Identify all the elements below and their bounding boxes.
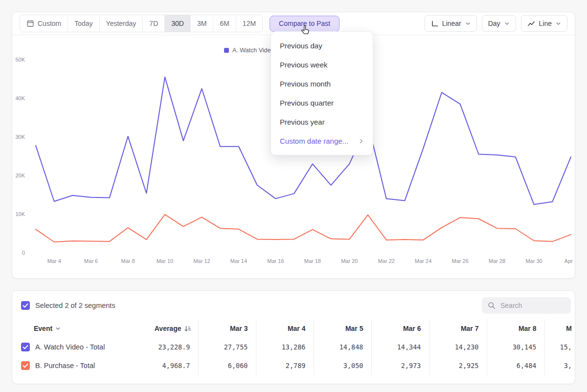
chart-type-value: Line [539,20,552,27]
selected-segments-text: Selected 2 of 2 segments [35,302,115,309]
table-row-watch-video[interactable]: A. Watch Video - Total 23,228.9 27,755 1… [12,338,575,356]
menu-item-previous-month[interactable]: Previous month [271,74,373,93]
cell: 2,789 [256,356,314,375]
row-checkbox[interactable] [21,343,30,351]
column-mar-3: Mar 3 [198,319,256,338]
interval-dropdown[interactable]: Day [482,15,516,32]
compare-menu: Previous day Previous week Previous mont… [271,31,373,155]
svg-text:Mar 8: Mar 8 [121,258,135,264]
svg-text:Mar 14: Mar 14 [230,258,247,264]
preset-custom-button[interactable]: Custom [20,15,68,32]
column-average[interactable]: Average [137,319,198,338]
menu-item-previous-year[interactable]: Previous year [271,112,373,131]
svg-text:Mar 24: Mar 24 [415,258,431,264]
chevron-down-icon [465,21,471,26]
svg-text:Mar 10: Mar 10 [157,258,173,264]
svg-text:Apr 1: Apr 1 [564,258,575,264]
svg-text:Mar 18: Mar 18 [304,258,321,264]
preset-30d-button[interactable]: 30D [164,15,190,32]
svg-text:Mar 22: Mar 22 [378,258,395,264]
segments-bar: Selected 2 of 2 segments [12,291,575,319]
cell-clipped: 15, [544,338,575,356]
cell-clipped: 3, [544,356,575,375]
series-label: B. Purchase - Total [35,362,95,370]
cell: 14,848 [314,338,371,356]
menu-item-previous-day[interactable]: Previous day [271,36,373,55]
svg-text:0: 0 [22,250,25,256]
cell: 6,060 [198,356,256,375]
average-header-label: Average [155,325,181,332]
column-mar-6: Mar 6 [371,319,429,338]
cell: 6,484 [487,356,544,375]
cell: 27,755 [198,338,256,356]
svg-text:Mar 12: Mar 12 [193,258,210,264]
chart-type-dropdown[interactable]: Line [521,15,567,32]
interval-value: Day [488,20,500,27]
svg-text:10K: 10K [15,211,25,217]
table-row-purchase[interactable]: B. Purchase - Total 4,968.7 6,060 2,789 … [12,356,575,375]
preset-6m-button[interactable]: 6M [213,15,235,32]
line-chart-icon [527,20,535,27]
svg-text:Mar 28: Mar 28 [489,258,505,264]
preset-label: Custom [38,20,61,27]
search-box[interactable] [482,297,571,314]
preset-7d-button[interactable]: 7D [142,15,164,32]
svg-text:Mar 16: Mar 16 [267,258,284,264]
table-header-row: Event Average [12,319,575,338]
preset-yesterday-button[interactable]: Yesterday [99,15,143,32]
sort-icon [184,326,191,332]
segments-table-card: Selected 2 of 2 segments Event [12,290,575,384]
row-checkbox[interactable] [21,361,30,370]
compare-to-past-button[interactable]: Compare to Past [270,16,339,32]
menu-item-previous-week[interactable]: Previous week [271,55,373,74]
chevron-down-icon [55,326,61,331]
svg-text:Mar 6: Mar 6 [84,258,98,264]
svg-text:Mar 20: Mar 20 [341,258,358,264]
cell: 3,050 [314,356,371,375]
column-mar-5: Mar 5 [314,319,371,338]
calendar-icon [26,20,34,27]
svg-text:30K: 30K [15,134,25,140]
cell-average: 4,968.7 [137,356,198,375]
date-range-segmented-control: Custom Today Yesterday 7D 30D 3M 6M 12M [20,15,263,32]
svg-text:Mar 30: Mar 30 [525,258,542,264]
menu-item-custom-date-range[interactable]: Custom date range... [271,131,373,151]
cell-average: 23,228.9 [137,338,198,356]
event-header-label: Event [34,325,52,332]
series-label: A. Watch Video - Total [35,343,105,351]
custom-date-range-label: Custom date range... [280,137,348,145]
svg-text:20K: 20K [15,173,25,178]
cell: 14,344 [371,338,429,356]
svg-text:Mar 26: Mar 26 [452,258,469,264]
series-a-swatch [224,48,229,53]
cell: 13,286 [256,338,314,356]
segments-table: Event Average [12,319,575,375]
cell: 2,925 [429,356,487,375]
cell: 2,973 [371,356,429,375]
column-mar-7: Mar 7 [429,319,487,338]
svg-text:40K: 40K [15,95,25,101]
menu-item-previous-quarter[interactable]: Previous quarter [271,93,373,112]
column-event[interactable]: Event [12,319,137,338]
svg-text:50K: 50K [15,57,25,63]
analytics-page: Custom Today Yesterday 7D 30D 3M 6M 12M … [0,0,587,392]
preset-12m-button[interactable]: 12M [236,15,262,32]
column-mar-8: Mar 8 [487,319,544,338]
preset-3m-button[interactable]: 3M [190,15,213,32]
cell: 14,230 [429,338,487,356]
scale-dropdown[interactable]: Linear [425,15,477,32]
chevron-down-icon [556,21,561,26]
axis-icon [431,20,438,27]
column-clipped: M [544,319,575,338]
chevron-right-icon [358,138,364,144]
cell: 30,145 [487,338,544,356]
search-input[interactable] [499,301,565,310]
chevron-down-icon [504,21,510,26]
select-all-checkbox[interactable] [21,301,30,310]
chart-options-group: Linear Day Line [425,15,567,32]
search-icon [488,302,496,309]
column-mar-4: Mar 4 [256,319,314,338]
preset-today-button[interactable]: Today [68,15,99,32]
svg-text:Mar 4: Mar 4 [47,258,61,264]
scale-value: Linear [442,20,461,27]
